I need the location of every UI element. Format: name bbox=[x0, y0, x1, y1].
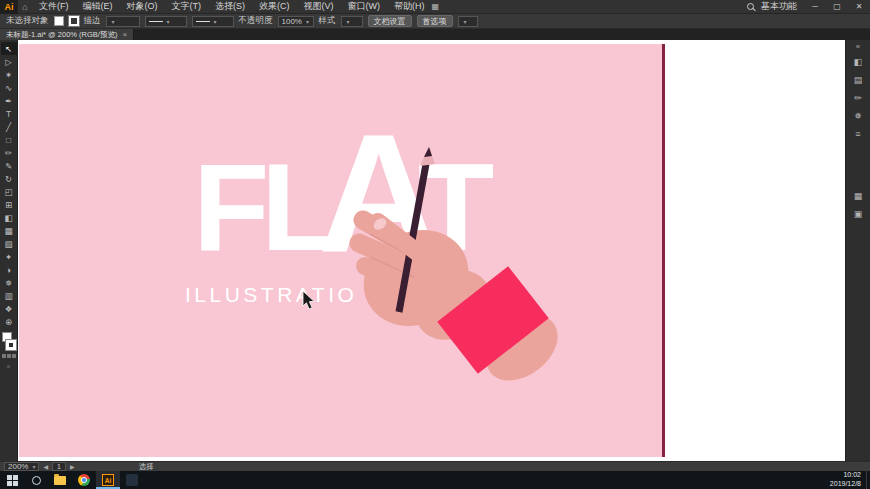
artboard-number-field[interactable]: 1 bbox=[52, 462, 66, 471]
artboards-panel[interactable]: ▣ bbox=[850, 207, 867, 221]
menu-item-help[interactable]: 帮助(H) bbox=[387, 0, 432, 14]
document-tab[interactable]: 未标题-1.ai* @ 200% (RGB/预览) × bbox=[0, 29, 134, 40]
color-panel[interactable]: ◧ bbox=[850, 55, 867, 69]
preferences-button[interactable]: 首选项 bbox=[417, 15, 453, 27]
line-tool[interactable]: ╱ bbox=[1, 120, 17, 133]
tab-close-icon[interactable]: × bbox=[122, 30, 127, 39]
clock-time: 10:02 bbox=[830, 471, 861, 480]
menu-item-type[interactable]: 文字(T) bbox=[165, 0, 209, 14]
pencil-tool[interactable]: ✎ bbox=[1, 159, 17, 172]
artwork-edge-line bbox=[662, 44, 665, 457]
search-icon[interactable] bbox=[747, 3, 754, 10]
eyedropper-tool[interactable]: ✦ bbox=[1, 250, 17, 263]
menu-item-effect[interactable]: 效果(C) bbox=[252, 0, 297, 14]
shape-builder-tool[interactable]: ◧ bbox=[1, 211, 17, 224]
brushes-panel[interactable]: ✏ bbox=[850, 91, 867, 105]
taskbar-clock[interactable]: 10:02 2019/12/8 bbox=[830, 471, 866, 489]
screen-mode-icon[interactable]: ▫ bbox=[7, 362, 10, 371]
home-icon[interactable]: ⌂ bbox=[18, 2, 32, 12]
layers-panel[interactable]: ▦ bbox=[850, 189, 867, 203]
scale-tool[interactable]: ◰ bbox=[1, 185, 17, 198]
document-setup-button[interactable]: 文档设置 bbox=[368, 15, 412, 27]
magic-wand-tool-icon: ✶ bbox=[5, 70, 12, 80]
symbols-panel-icon: ✵ bbox=[854, 111, 862, 121]
arrange-documents-icon[interactable]: ▦ bbox=[432, 2, 440, 11]
selection-status: 未选择对象 bbox=[6, 15, 49, 27]
blend-tool[interactable]: ◑ bbox=[1, 263, 17, 276]
brushes-panel-icon: ✏ bbox=[854, 93, 862, 103]
dock-expand-icon[interactable]: « bbox=[856, 42, 860, 51]
close-button[interactable]: ✕ bbox=[848, 0, 870, 14]
graph-tool[interactable]: ▥ bbox=[1, 289, 17, 302]
document-tab-bar: 未标题-1.ai* @ 200% (RGB/预览) × bbox=[0, 29, 870, 40]
menu-item-object[interactable]: 对象(O) bbox=[120, 0, 165, 14]
type-tool-icon: T bbox=[6, 109, 11, 119]
symbol-sprayer-tool[interactable]: ✵ bbox=[1, 276, 17, 289]
next-artboard-icon[interactable]: ▶ bbox=[70, 463, 75, 470]
opacity-label: 不透明度 bbox=[239, 15, 273, 27]
rotate-tool[interactable]: ↻ bbox=[1, 172, 17, 185]
stroke-weight-dropdown[interactable] bbox=[106, 16, 140, 27]
pen-tool[interactable]: ✒ bbox=[1, 94, 17, 107]
free-transform-tool[interactable]: ⊞ bbox=[1, 198, 17, 211]
show-desktop-button[interactable] bbox=[866, 471, 870, 489]
style-label: 样式 bbox=[319, 15, 336, 27]
selection-tool[interactable]: ↖ bbox=[1, 42, 17, 55]
selection-tool-icon: ↖ bbox=[5, 44, 12, 54]
file-explorer-button[interactable] bbox=[48, 471, 72, 489]
windows-logo-icon bbox=[7, 475, 18, 486]
app-logo-icon: Ai bbox=[0, 0, 18, 14]
rectangle-tool[interactable]: □ bbox=[1, 133, 17, 146]
free-transform-tool-icon: ⊞ bbox=[5, 200, 12, 210]
swatches-panel[interactable]: ▤ bbox=[850, 73, 867, 87]
color-panel-icon: ◧ bbox=[854, 57, 863, 67]
zoom-level-dropdown[interactable]: 200% bbox=[4, 462, 39, 471]
menu-item-file[interactable]: 文件(F) bbox=[32, 0, 76, 14]
fill-color-swatch[interactable] bbox=[54, 16, 64, 26]
type-tool[interactable]: T bbox=[1, 107, 17, 120]
zoom-tool[interactable]: ⊕ bbox=[1, 315, 17, 328]
maximize-button[interactable]: ▢ bbox=[826, 0, 848, 14]
paintbrush-tool[interactable]: ✏ bbox=[1, 146, 17, 159]
stroke-indicator[interactable] bbox=[6, 340, 16, 350]
menu-item-edit[interactable]: 编辑(E) bbox=[76, 0, 120, 14]
gradient-tool-icon: ▧ bbox=[4, 239, 12, 249]
windows-taskbar: Ai 10:02 2019/12/8 bbox=[0, 471, 870, 489]
illustrator-taskbar-button[interactable]: Ai bbox=[96, 471, 120, 489]
blend-tool-icon: ◑ bbox=[6, 265, 11, 275]
paintbrush-tool-icon: ✏ bbox=[5, 148, 12, 158]
start-button[interactable] bbox=[0, 471, 24, 489]
chrome-button[interactable] bbox=[72, 471, 96, 489]
lasso-tool[interactable]: ∿ bbox=[1, 81, 17, 94]
previous-artboard-icon[interactable]: ◀ bbox=[43, 463, 48, 470]
stroke-label: 描边 bbox=[84, 15, 101, 27]
direct-selection-tool[interactable]: ▷ bbox=[1, 55, 17, 68]
app-taskbar-button[interactable] bbox=[120, 471, 144, 489]
minimize-button[interactable]: ─ bbox=[804, 0, 826, 14]
fill-stroke-indicator[interactable] bbox=[1, 332, 17, 350]
mesh-tool-icon: ▦ bbox=[4, 226, 12, 236]
align-dropdown[interactable] bbox=[458, 16, 478, 27]
gradient-tool[interactable]: ▧ bbox=[1, 237, 17, 250]
canvas-area[interactable]: F L A T ILLUSTRATIO N bbox=[18, 40, 845, 461]
menu-item-window[interactable]: 窗口(W) bbox=[341, 0, 388, 14]
brush-definition-dropdown[interactable] bbox=[192, 16, 234, 27]
search-taskbar-button[interactable] bbox=[24, 471, 48, 489]
mesh-tool[interactable]: ▦ bbox=[1, 224, 17, 237]
symbols-panel[interactable]: ✵ bbox=[850, 109, 867, 123]
menu-item-view[interactable]: 视图(V) bbox=[297, 0, 341, 14]
style-dropdown[interactable] bbox=[341, 16, 363, 27]
stroke-panel[interactable]: ≡ bbox=[850, 127, 867, 141]
width-profile-dropdown[interactable] bbox=[145, 16, 187, 27]
current-tool-hint: 选择 bbox=[139, 462, 154, 472]
stroke-color-swatch[interactable] bbox=[69, 16, 79, 26]
artwork-svg: F L A T ILLUSTRATIO N bbox=[18, 40, 845, 461]
opacity-dropdown[interactable]: 100% bbox=[278, 16, 314, 27]
workspace-switcher[interactable]: 基本功能 bbox=[761, 0, 797, 13]
drawing-mode-buttons[interactable] bbox=[2, 354, 16, 358]
hand-tool[interactable]: ❖ bbox=[1, 302, 17, 315]
menu-item-select[interactable]: 选择(S) bbox=[208, 0, 252, 14]
magic-wand-tool[interactable]: ✶ bbox=[1, 68, 17, 81]
rectangle-tool-icon: □ bbox=[6, 135, 11, 145]
scale-tool-icon: ◰ bbox=[4, 187, 12, 197]
